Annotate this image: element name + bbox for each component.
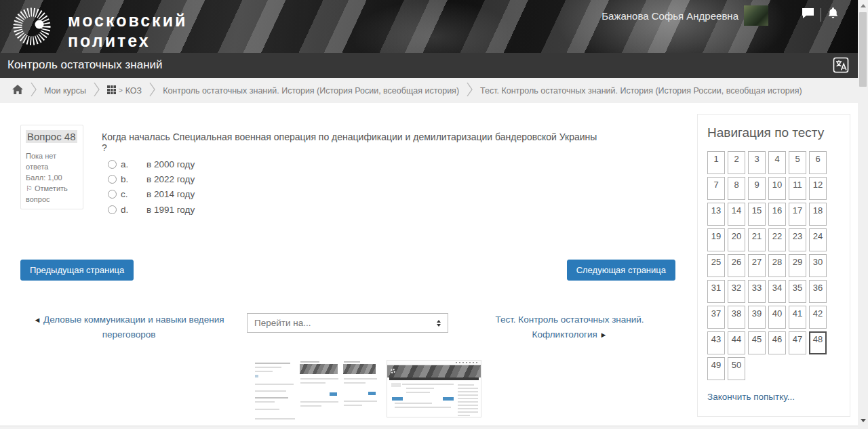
question-nav-button-44[interactable]: 44 <box>728 331 745 354</box>
flag-question-link[interactable]: ⚐ Отметить вопрос <box>26 184 78 205</box>
breadcrumb-course[interactable]: Контроль остаточных знаний. История (Ист… <box>163 86 459 96</box>
question-nav-button-8[interactable]: 8 <box>728 177 745 200</box>
question-nav-button-6[interactable]: 6 <box>809 151 827 174</box>
options-list: a.в 2000 годуb.в 2022 годуc.в 2014 годуd… <box>108 157 195 218</box>
finish-attempt-link[interactable]: Закончить попытку... <box>707 392 795 402</box>
flag-icon: ⚐ <box>26 184 33 192</box>
question-nav-button-37[interactable]: 37 <box>707 306 725 329</box>
question-nav-button-38[interactable]: 38 <box>728 306 745 329</box>
question-nav-button-16[interactable]: 16 <box>768 203 786 226</box>
question-nav-button-36[interactable]: 36 <box>809 280 827 303</box>
breadcrumb: Мои курсы > КОЗ Контроль остаточных знан… <box>0 78 858 103</box>
answer-radio-b[interactable] <box>108 175 117 184</box>
quiz-nav-grid: 1234567891011121314151617181920212223242… <box>707 151 840 380</box>
question-nav-button-12[interactable]: 12 <box>809 177 827 200</box>
option-label[interactable]: в 2014 году <box>146 189 195 199</box>
question-nav-button-35[interactable]: 35 <box>789 280 806 303</box>
page-thumbnail-3 <box>341 360 378 420</box>
question-nav-button-15[interactable]: 15 <box>748 203 766 226</box>
question-nav-button-49[interactable]: 49 <box>707 357 725 380</box>
previous-page-button[interactable]: Предыдущая страница <box>20 260 134 281</box>
course-grid-icon[interactable] <box>107 85 116 96</box>
option-label[interactable]: в 1991 году <box>146 205 195 215</box>
question-nav-button-2[interactable]: 2 <box>728 151 745 174</box>
question-nav-button-42[interactable]: 42 <box>809 306 827 329</box>
scrollbar-thumb[interactable] <box>859 12 867 87</box>
question-nav-button-5[interactable]: 5 <box>789 151 806 174</box>
answer-option-row: a.в 2000 году <box>108 157 195 171</box>
question-nav-button-41[interactable]: 41 <box>789 306 806 329</box>
breadcrumb-my-courses[interactable]: Мои курсы <box>44 86 86 96</box>
breadcrumb-separator <box>31 82 37 99</box>
question-nav-button-50[interactable]: 50 <box>728 357 745 380</box>
question-nav-button-28[interactable]: 28 <box>768 254 786 277</box>
question-nav-button-9[interactable]: 9 <box>748 177 766 200</box>
polytech-logo-icon[interactable] <box>9 4 54 49</box>
question-nav-button-45[interactable]: 45 <box>748 331 766 354</box>
question-nav-button-11[interactable]: 11 <box>789 177 806 200</box>
answer-radio-a[interactable] <box>108 160 117 169</box>
user-menu[interactable]: Бажанова Софья Андреевна <box>601 5 768 26</box>
breadcrumb-mini-separator: > <box>119 87 123 94</box>
question-nav-button-20[interactable]: 20 <box>728 228 745 251</box>
next-page-button[interactable]: Следующая страница <box>567 260 675 281</box>
option-letter: d. <box>121 205 138 215</box>
question-nav-button-26[interactable]: 26 <box>728 254 745 277</box>
question-nav-button-19[interactable]: 19 <box>707 228 725 251</box>
option-letter: c. <box>121 189 138 199</box>
brand-line1: московский <box>68 11 187 31</box>
question-nav-button-18[interactable]: 18 <box>809 203 827 226</box>
breadcrumb-quiz[interactable]: Тест. Контроль остаточных знаний. Истори… <box>480 86 802 96</box>
select-arrows-icon <box>437 320 441 327</box>
question-nav-button-25[interactable]: 25 <box>707 254 725 277</box>
embedded-thumbnails <box>252 360 481 422</box>
question-nav-button-30[interactable]: 30 <box>809 254 827 277</box>
jump-to-select[interactable]: Перейти на... <box>247 313 448 333</box>
question-nav-button-34[interactable]: 34 <box>768 280 786 303</box>
question-nav-button-22[interactable]: 22 <box>768 228 786 251</box>
quiz-nav-title: Навигация по тесту <box>707 125 840 140</box>
scroll-up-icon[interactable] <box>858 0 868 12</box>
breadcrumb-separator <box>149 82 155 99</box>
option-label[interactable]: в 2000 году <box>146 159 195 169</box>
question-nav-button-31[interactable]: 31 <box>707 280 725 303</box>
answer-radio-c[interactable] <box>108 190 117 199</box>
answer-radio-d[interactable] <box>108 205 117 214</box>
breadcrumb-koz[interactable]: КОЗ <box>125 86 142 96</box>
question-nav-button-46[interactable]: 46 <box>768 331 786 354</box>
left-arrow-icon: ◄ <box>33 316 41 324</box>
question-nav-button-43[interactable]: 43 <box>707 331 725 354</box>
question-nav-button-32[interactable]: 32 <box>728 280 745 303</box>
question-nav-button-48[interactable]: 48 <box>809 331 827 354</box>
scroll-down-icon[interactable] <box>858 415 868 426</box>
question-number: Вопрос 48 <box>26 130 77 143</box>
option-label[interactable]: в 2022 году <box>146 174 195 184</box>
question-nav-button-23[interactable]: 23 <box>789 228 806 251</box>
page-title-bar: Контроль остаточных знаний <box>0 53 858 78</box>
question-nav-button-40[interactable]: 40 <box>768 306 786 329</box>
question-nav-button-24[interactable]: 24 <box>809 228 827 251</box>
question-nav-button-3[interactable]: 3 <box>748 151 766 174</box>
question-nav-button-4[interactable]: 4 <box>768 151 786 174</box>
question-nav-button-27[interactable]: 27 <box>748 254 766 277</box>
notifications-bell-icon[interactable] <box>827 7 839 22</box>
question-nav-button-10[interactable]: 10 <box>768 177 786 200</box>
question-nav-button-47[interactable]: 47 <box>789 331 806 354</box>
question-nav-button-17[interactable]: 17 <box>789 203 806 226</box>
previous-activity-link[interactable]: ◄ Деловые коммуникации и навыки ведения … <box>27 312 231 342</box>
question-nav-button-33[interactable]: 33 <box>748 280 766 303</box>
question-nav-button-7[interactable]: 7 <box>707 177 725 200</box>
avatar[interactable] <box>744 5 768 26</box>
messages-icon[interactable] <box>802 7 814 22</box>
translate-icon[interactable] <box>833 57 849 73</box>
question-nav-button-21[interactable]: 21 <box>748 228 766 251</box>
brand-wordmark[interactable]: московский политех <box>68 11 187 51</box>
question-nav-button-13[interactable]: 13 <box>707 203 725 226</box>
question-nav-button-14[interactable]: 14 <box>728 203 745 226</box>
next-activity-link[interactable]: Тест. Контроль остаточных знаний. Кофлик… <box>475 312 665 342</box>
question-nav-button-39[interactable]: 39 <box>748 306 766 329</box>
question-nav-button-29[interactable]: 29 <box>789 254 806 277</box>
question-nav-button-1[interactable]: 1 <box>707 151 725 174</box>
home-icon[interactable] <box>12 85 23 96</box>
vertical-scrollbar[interactable] <box>858 0 868 429</box>
